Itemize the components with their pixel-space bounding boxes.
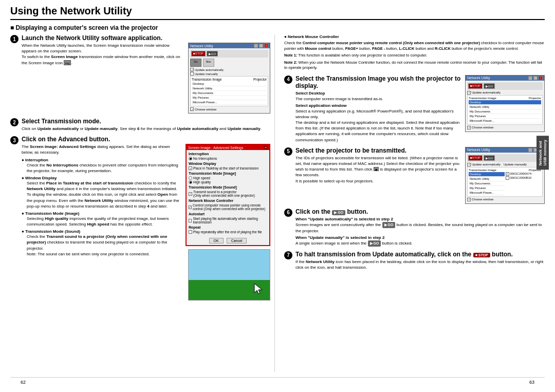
transmit-sound-checkbox[interactable]: ✓ bbox=[189, 192, 192, 196]
list-item-pics-5: My Pictures bbox=[469, 186, 505, 191]
network-mouse-title: Network Mouse Controller bbox=[284, 34, 545, 39]
stop-btn-4[interactable]: ■STOP bbox=[468, 83, 483, 89]
list-item-docs-5: My Documents bbox=[469, 181, 505, 186]
list-item-desktop: Desktop bbox=[192, 82, 267, 86]
page: Using the Network Utility Displaying a c… bbox=[0, 0, 555, 392]
bullet-ts-note: Note: The sound can be sent when only on… bbox=[27, 251, 181, 257]
step-6-number: 6 bbox=[284, 209, 292, 217]
update-auto-check-5[interactable]: ✓ bbox=[467, 163, 471, 166]
min-icon-5: _ bbox=[528, 148, 532, 152]
step-4-select-desktop-text: The computer screen image is transmitted… bbox=[295, 96, 461, 102]
list-item-pp-4: Microsoft Power... bbox=[469, 119, 541, 123]
network-mouse-note1: Note 1: This function is available when … bbox=[284, 53, 545, 59]
no-interruptions-radio[interactable] bbox=[189, 157, 192, 160]
mock-titlebar-5: Network Utility _ □ × bbox=[466, 147, 544, 153]
max-icon-4: □ bbox=[533, 76, 538, 80]
step-7-heading: To halt transmission from Update automat… bbox=[295, 251, 545, 258]
step-7-number: 7 bbox=[284, 251, 292, 259]
step-1-number: 1 bbox=[10, 35, 18, 43]
dialog-titlebar: Screen Image : Advanced Settings × bbox=[187, 145, 269, 150]
choose-win-check-5[interactable]: ✓ bbox=[467, 198, 471, 201]
stop-button-inline: ■ STOP bbox=[473, 253, 490, 257]
screen-image-icon: Scr bbox=[190, 59, 201, 67]
when-manual-text: A single screen image is sent when the ▶… bbox=[295, 240, 545, 247]
step-4-select-desktop-title: Select Desktop bbox=[295, 91, 461, 96]
close-icon-4: × bbox=[539, 76, 543, 80]
ok-button[interactable]: OK bbox=[209, 238, 224, 244]
step-1-content: Launch the Network Utility software appl… bbox=[22, 34, 270, 114]
step-7-content: To halt transmission from Update automat… bbox=[295, 251, 545, 270]
go-btn-inline-2: ▶ GO bbox=[382, 222, 396, 228]
bullet-transmission-sound: Transmission Mode (Sound) Check the Tran… bbox=[22, 229, 181, 257]
choose-window-check[interactable]: ✓ bbox=[190, 107, 194, 111]
step-3-heading: Click on the Advanced button. bbox=[22, 136, 270, 143]
list-item-nu-5: Network Utility bbox=[469, 177, 505, 181]
network-mouse-note2: Note 2: When you use the Network Mouse C… bbox=[284, 60, 545, 71]
min-icon-4: _ bbox=[528, 76, 532, 80]
stop-btn[interactable]: ■STOP bbox=[191, 51, 206, 57]
movie-icon: Mov bbox=[203, 59, 214, 67]
step-5-note: It is possible to select up-to four proj… bbox=[295, 178, 461, 184]
proj1-checkbox[interactable]: ✓ bbox=[506, 172, 509, 176]
network-mouse-text1: Check the Control computer mouse pointer… bbox=[284, 41, 545, 51]
step-4: 4 Select the Transmission Image you wish… bbox=[284, 75, 545, 143]
bullet-interruption: Interruption Check the No Interruptions … bbox=[22, 158, 181, 174]
go-btn[interactable]: ▶GO bbox=[207, 51, 218, 57]
mock-window-1: Network Utility _ □ × ■STOP ▶ bbox=[188, 43, 270, 114]
step-4-select-app-title: Select application window bbox=[295, 103, 461, 108]
update-auto-check-4[interactable]: ✓ bbox=[467, 91, 471, 95]
when-auto-title: When "Update automatically" is selected … bbox=[295, 217, 545, 221]
bullet-ts-title: Transmission Mode (Sound) bbox=[22, 229, 181, 234]
bullet-window-text1: Select the Place in Tasktray at the star… bbox=[27, 180, 181, 192]
go-btn-inline-3: ▶ GO bbox=[368, 240, 381, 247]
svg-marker-0 bbox=[254, 284, 262, 294]
main-content: 1 Launch the Network Utility software ap… bbox=[10, 34, 545, 372]
step-3: 3 Click on the Advanced button. The Scre… bbox=[10, 136, 270, 301]
bullet-window-display: Window Display Select the Place in Taskt… bbox=[22, 176, 181, 209]
autostart-checkbox[interactable] bbox=[189, 219, 192, 222]
step-6: 6 Click on the ▶ GO button. When "Update… bbox=[284, 208, 545, 247]
cancel-button[interactable]: Cancel bbox=[227, 238, 247, 244]
bullet-ti-title: Transmission Mode (Image) bbox=[22, 211, 181, 216]
step-6-heading: Click on the ▶ GO button. bbox=[295, 208, 545, 215]
choose-win-check-4[interactable]: ✓ bbox=[467, 126, 471, 129]
step-4-select-app-text: Select a running application (e.g. Micro… bbox=[295, 108, 461, 120]
page-numbers: 62 63 bbox=[10, 377, 545, 387]
step-3-content: Click on the Advanced button. The Screen… bbox=[22, 136, 270, 301]
step-1-heading: Launch the Network Utility software appl… bbox=[22, 34, 270, 42]
step-3-text1: The Screen Image: Advanced Settings dial… bbox=[22, 144, 181, 155]
bullet-ts-text: Check the Transmit sound to a projector … bbox=[27, 234, 181, 251]
list-item-microsoft-pp: Microsoft Power... bbox=[192, 100, 267, 105]
go-button-inline: ▶ GO bbox=[332, 210, 345, 215]
mouse-control-checkbox[interactable]: ✓ bbox=[189, 206, 192, 209]
stop-btn-5[interactable]: ■STOP bbox=[468, 155, 483, 161]
step-2-content: Select Transmission mode. Click on Updat… bbox=[22, 118, 270, 132]
step-4-detail: The desktop and a list of running applic… bbox=[295, 120, 461, 143]
list-item-network-utility: Network Utility bbox=[192, 86, 267, 91]
step-2-text: Click on Update automatically or Update … bbox=[22, 126, 270, 132]
left-column: 1 Launch the Network Utility software ap… bbox=[10, 34, 275, 372]
minimize-icon: _ bbox=[254, 44, 258, 48]
dialog-window: Screen Image : Advanced Settings × Inter… bbox=[186, 144, 270, 246]
list-item-desktop-5: Desktop bbox=[469, 172, 505, 177]
step-3-number: 3 bbox=[10, 136, 18, 144]
high-quality-radio[interactable] bbox=[189, 180, 192, 184]
bullet-interruption-title: Interruption bbox=[22, 158, 181, 162]
proj2-checkbox[interactable] bbox=[506, 176, 509, 180]
bullet-transmission-image: Transmission Mode (Image) Selecting High… bbox=[22, 211, 181, 227]
tasktray-checkbox[interactable]: ✓ bbox=[189, 166, 192, 170]
repeat-checkbox[interactable] bbox=[189, 230, 192, 234]
bullet-ti-text: Selecting High quality improves the qual… bbox=[27, 216, 181, 227]
mock-window-5: Network Utility _ □ × ■STOP ▶ bbox=[465, 147, 545, 204]
high-speed-radio[interactable] bbox=[189, 176, 192, 180]
step-5-content: Select the projector to be transmitted. … bbox=[295, 147, 545, 204]
step-6-content: Click on the ▶ GO button. When "Update a… bbox=[295, 208, 545, 247]
step-4-content: Select the Transmission Image you wish t… bbox=[295, 75, 545, 143]
step-2-number: 2 bbox=[10, 118, 18, 126]
when-auto-text: Screen images are sent consecutively aft… bbox=[295, 222, 545, 234]
list-item-desktop-4: Desktop bbox=[469, 100, 541, 105]
go-btn-4[interactable]: ▶GO bbox=[484, 83, 495, 89]
update-manual-check[interactable] bbox=[190, 72, 194, 76]
update-auto-check[interactable]: ✓ bbox=[190, 68, 194, 71]
go-btn-5[interactable]: ▶GO bbox=[484, 155, 495, 161]
